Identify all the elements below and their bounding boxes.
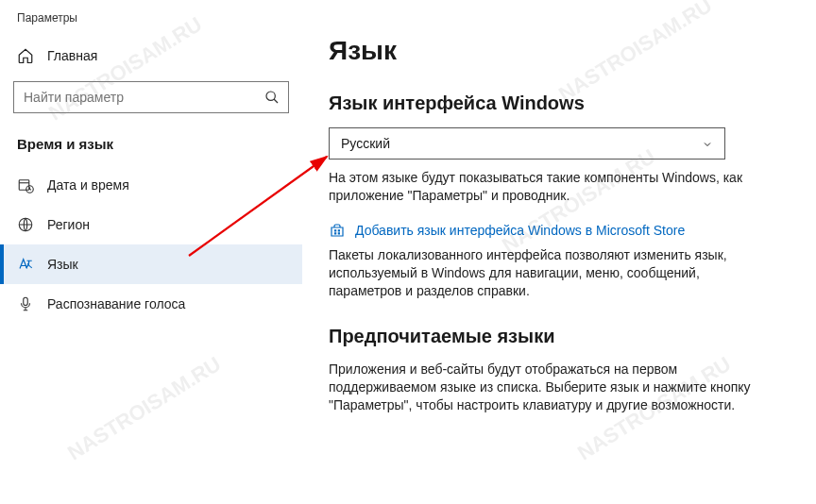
add-language-store-link[interactable]: Добавить язык интерфейса Windows в Micro… [329,222,782,239]
nav-item-speech[interactable]: Распознавание голоса [0,284,302,324]
display-language-description: На этом языке будут показываться такие к… [329,169,773,205]
section-title: Время и язык [0,128,302,165]
nav-item-language[interactable]: Язык [0,244,302,284]
svg-rect-2 [19,180,29,191]
display-language-dropdown[interactable]: Русский [329,127,725,160]
nav-label: Дата и время [47,177,129,193]
nav-item-region[interactable]: Регион [0,205,302,244]
display-language-heading: Язык интерфейса Windows [329,92,782,114]
language-icon [17,256,34,273]
nav-item-datetime[interactable]: Дата и время [0,165,302,205]
preferred-languages-heading: Предпочитаемые языки [329,326,782,347]
svg-point-0 [266,92,275,100]
search-icon [264,90,280,105]
preferred-languages-description: Приложения и веб-сайты будут отображатьс… [329,361,773,414]
home-icon [17,47,34,64]
nav-label: Распознавание голоса [47,296,185,311]
dropdown-selected-label: Русский [341,136,390,151]
sidebar: Параметры Главная Время и язык Дата и вр… [0,0,302,504]
svg-rect-10 [338,232,340,234]
chevron-down-icon [702,138,713,149]
nav-label: Язык [47,257,78,272]
nav-label: Регион [47,217,90,232]
search-input[interactable] [13,81,289,113]
home-label: Главная [47,48,97,63]
svg-rect-6 [24,297,28,305]
svg-rect-7 [334,229,336,231]
calendar-clock-icon [17,176,34,193]
svg-rect-9 [334,232,336,234]
svg-line-1 [274,99,278,103]
store-icon [329,222,346,239]
page-title: Язык [329,36,782,66]
globe-icon [17,216,34,233]
localization-packs-description: Пакеты локализованного интерфейса позвол… [329,246,773,300]
main-content: Язык Язык интерфейса Windows Русский На … [302,0,816,504]
home-nav[interactable]: Главная [0,38,302,74]
app-title: Параметры [0,11,302,38]
svg-rect-8 [338,229,340,231]
microphone-icon [17,295,34,312]
search-wrap [13,81,289,113]
store-link-label: Добавить язык интерфейса Windows в Micro… [355,223,685,238]
